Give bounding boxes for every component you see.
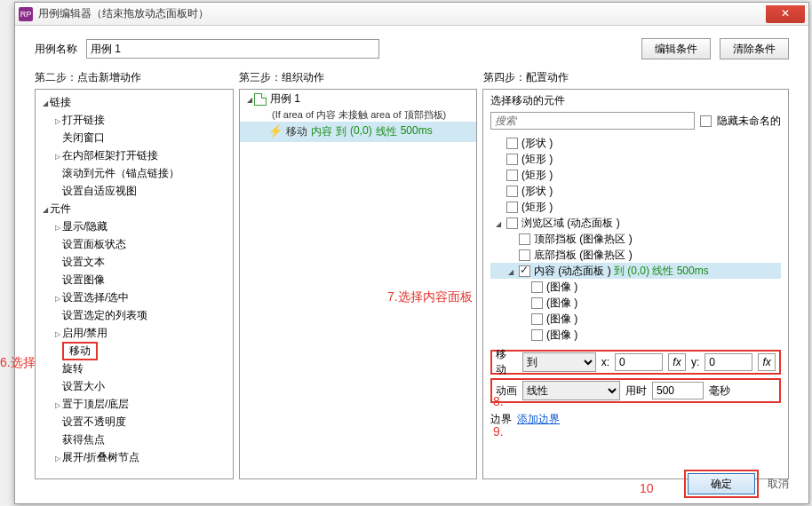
- el-bot-block[interactable]: 底部挡板 (图像热区 ): [490, 247, 781, 263]
- y-input[interactable]: [705, 353, 752, 371]
- action-row-move[interactable]: ⚡ 移动 内容 到 (0,0) 线性 500ms: [240, 122, 476, 142]
- action-move[interactable]: 移动: [37, 342, 231, 360]
- group-elements[interactable]: 元件: [37, 200, 231, 217]
- bolt-icon: ⚡: [268, 124, 283, 139]
- action-set-opacity[interactable]: 设置不透明度: [37, 413, 231, 431]
- y-fx-button[interactable]: fx: [758, 353, 776, 371]
- app-icon: RP: [19, 7, 33, 21]
- action-set-list[interactable]: 设置选定的列表项: [37, 306, 231, 324]
- case-editor-window: RP 用例编辑器（结束拖放动态面板时） ✕ 用例名称 编辑条件 清除条件 第二步…: [14, 2, 809, 504]
- el-image1[interactable]: (图像 ): [490, 279, 781, 295]
- steps-header: 第二步：点击新增动作 第三步：组织动作 第四步：配置动作: [15, 70, 808, 89]
- case-condition-text: (If area of 内容 未接触 area of 顶部挡板): [240, 108, 476, 122]
- step4-label: 第四步：配置动作: [483, 70, 789, 85]
- titlebar: RP 用例编辑器（结束拖放动态面板时） ✕: [15, 3, 808, 26]
- actions-panel: 链接 打开链接 关闭窗口 在内部框架打开链接 滚动到元件（锚点链接） 设置自适应…: [35, 89, 234, 479]
- duration-input[interactable]: [652, 382, 704, 399]
- cancel-button[interactable]: 取消: [768, 477, 789, 492]
- el-image3[interactable]: (图像 ): [490, 311, 781, 327]
- edit-condition-button[interactable]: 编辑条件: [641, 38, 711, 59]
- x-fx-button[interactable]: fx: [668, 353, 686, 371]
- bounds-row: 边界 添加边界: [490, 407, 781, 431]
- search-input[interactable]: [490, 112, 695, 130]
- action-open-link[interactable]: 打开链接: [37, 111, 231, 129]
- y-label: y:: [691, 356, 699, 368]
- anim-config-row: 动画 线性 用时 毫秒: [490, 378, 781, 403]
- el-top-block[interactable]: 顶部挡板 (图像热区 ): [490, 231, 781, 247]
- move-config-row: 移动 到 x: fx y: fx: [490, 350, 781, 375]
- action-panel-state[interactable]: 设置面板状态: [37, 235, 231, 253]
- organize-panel: 用例 1 (If area of 内容 未接触 area of 顶部挡板) ⚡ …: [239, 89, 477, 479]
- action-rotate[interactable]: 旋转: [37, 360, 231, 377]
- action-show-hide[interactable]: 显示/隐藏: [37, 217, 231, 235]
- el-rect1[interactable]: (矩形 ): [490, 151, 781, 167]
- case-name-row: 用例名称 编辑条件 清除条件: [15, 26, 808, 70]
- ok-button[interactable]: 确定: [688, 473, 755, 494]
- el-shape1[interactable]: (形状 ): [490, 135, 781, 151]
- action-expand-tree[interactable]: 展开/折叠树节点: [37, 448, 231, 466]
- action-close-window[interactable]: 关闭窗口: [37, 129, 231, 146]
- hide-unnamed-label: 隐藏未命名的: [717, 114, 781, 129]
- action-focus[interactable]: 获得焦点: [37, 431, 231, 448]
- action-set-text[interactable]: 设置文本: [37, 253, 231, 271]
- duration-label: 用时: [625, 383, 647, 399]
- action-enable-disable[interactable]: 启用/禁用: [37, 324, 231, 342]
- move-mode-select[interactable]: 到: [522, 352, 596, 372]
- case-name-input[interactable]: [86, 39, 379, 59]
- move-label: 移动: [496, 347, 517, 377]
- page-icon: [254, 93, 267, 106]
- action-scroll-to[interactable]: 滚动到元件（锚点链接）: [37, 164, 231, 182]
- anim-mode-select[interactable]: 线性: [522, 381, 620, 400]
- action-set-select[interactable]: 设置选择/选中: [37, 289, 231, 306]
- action-set-adaptive[interactable]: 设置自适应视图: [37, 182, 231, 200]
- case-name-label: 用例名称: [35, 42, 77, 57]
- action-set-image[interactable]: 设置图像: [37, 271, 231, 289]
- duration-unit: 毫秒: [709, 383, 730, 399]
- el-rect2[interactable]: (矩形 ): [490, 167, 781, 183]
- clear-condition-button[interactable]: 清除条件: [720, 38, 789, 59]
- step3-label: 第三步：组织动作: [239, 70, 483, 85]
- anim-label: 动画: [496, 383, 517, 399]
- step2-label: 第二步：点击新增动作: [35, 70, 239, 85]
- bounds-label: 边界: [490, 412, 512, 427]
- el-shape2[interactable]: (形状 ): [490, 183, 781, 199]
- action-bring-order[interactable]: 置于顶层/底层: [37, 395, 231, 413]
- case-row[interactable]: 用例 1: [240, 90, 476, 108]
- el-content-panel[interactable]: 内容 (动态面板 ) 到 (0,0) 线性 500ms: [490, 263, 781, 279]
- add-bounds-link[interactable]: 添加边界: [517, 412, 560, 427]
- el-image2[interactable]: (图像 ): [490, 295, 781, 311]
- action-set-size[interactable]: 设置大小: [37, 377, 231, 395]
- configure-title: 选择移动的元件: [483, 90, 788, 110]
- action-open-inline[interactable]: 在内部框架打开链接: [37, 146, 231, 164]
- close-button[interactable]: ✕: [766, 5, 805, 23]
- el-image4[interactable]: (图像 ): [490, 327, 781, 343]
- hide-unnamed-checkbox[interactable]: [700, 115, 712, 127]
- configure-panel: 选择移动的元件 隐藏未命名的 (形状 ) (矩形 ) (矩形 ) (形状 ) (…: [482, 89, 789, 479]
- window-title: 用例编辑器（结束拖放动态面板时）: [38, 6, 766, 21]
- x-label: x:: [601, 356, 609, 368]
- el-rect3[interactable]: (矩形 ): [490, 199, 781, 215]
- x-input[interactable]: [615, 353, 663, 371]
- group-links[interactable]: 链接: [37, 93, 231, 111]
- el-browse-area[interactable]: 浏览区域 (动态面板 ): [490, 215, 781, 231]
